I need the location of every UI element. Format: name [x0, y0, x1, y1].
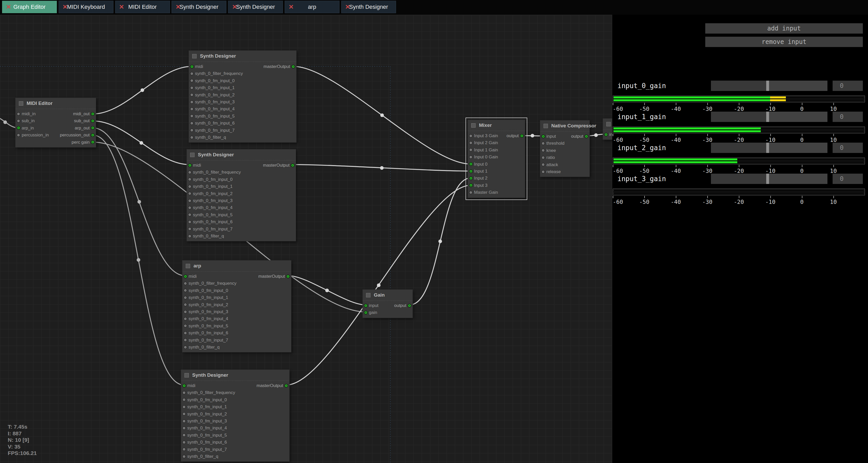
node-title-bar[interactable]: Native Compressor — [540, 120, 590, 131]
input-port-unconnected-icon[interactable] — [188, 227, 191, 231]
input-port-unconnected-icon[interactable] — [190, 107, 193, 111]
tab-midi-editor[interactable]: ✕MIDI Editor — [115, 1, 170, 13]
gain-slider[interactable] — [711, 143, 828, 153]
input-port-unconnected-icon[interactable] — [190, 100, 193, 103]
node-clipped-destination[interactable]: input — [603, 118, 612, 140]
gain-slider-handle[interactable] — [766, 112, 769, 122]
gain-slider-handle[interactable] — [766, 81, 769, 91]
input-port-unconnected-icon[interactable] — [190, 72, 193, 75]
input-port-unconnected-icon[interactable] — [188, 192, 191, 195]
input-port-unconnected-icon[interactable] — [190, 93, 193, 97]
node-collapse-icon[interactable] — [192, 54, 196, 58]
node-collapse-icon[interactable] — [190, 153, 194, 157]
input-port-unconnected-icon[interactable] — [541, 170, 545, 173]
gain-slider[interactable] — [711, 81, 828, 91]
wire-midpoint-handle[interactable] — [3, 120, 7, 124]
input-port-unconnected-icon[interactable] — [541, 149, 545, 152]
gain-value-box[interactable]: 0 — [833, 112, 863, 122]
input-port-connected-icon[interactable] — [469, 183, 473, 187]
input-port-unconnected-icon[interactable] — [182, 434, 186, 437]
node-collapse-icon[interactable] — [544, 124, 548, 128]
input-port-unconnected-icon[interactable] — [541, 142, 545, 145]
node-collapse-icon[interactable] — [184, 373, 189, 377]
input-port-unconnected-icon[interactable] — [469, 155, 472, 159]
tab-synth-designer[interactable]: ✕Synth Designer — [341, 1, 396, 13]
gain-slider[interactable] — [711, 112, 828, 122]
output-port-connected-icon[interactable] — [585, 134, 588, 138]
node-midi-editor[interactable]: MIDI Editormidi_inmidi_outsub_insub_outa… — [15, 98, 96, 148]
input-port-connected-icon[interactable] — [17, 126, 21, 130]
graph-canvas[interactable]: T: 7.45sI: 887N: 10 [9]V: 35FPS:106.21 M… — [0, 15, 612, 463]
input-port-unconnected-icon[interactable] — [188, 199, 191, 202]
close-tab-icon[interactable]: ✕ — [232, 4, 237, 10]
input-port-unconnected-icon[interactable] — [190, 129, 193, 132]
wire-midpoint-handle[interactable] — [141, 88, 144, 92]
node-title-bar[interactable]: arp — [182, 260, 291, 272]
close-tab-icon[interactable]: ✕ — [119, 4, 124, 10]
input-port-connected-icon[interactable] — [469, 169, 473, 173]
wire-midpoint-handle[interactable] — [140, 141, 143, 145]
wire-midpoint-handle[interactable] — [325, 288, 329, 292]
remove-input-button[interactable]: remove input — [705, 37, 863, 47]
input-port-unconnected-icon[interactable] — [184, 310, 187, 313]
input-port-connected-icon[interactable] — [184, 275, 187, 278]
gain-value-box[interactable]: 0 — [833, 143, 863, 153]
input-port-unconnected-icon[interactable] — [188, 178, 191, 181]
output-port-connected-icon[interactable] — [91, 119, 95, 123]
input-port-unconnected-icon[interactable] — [469, 134, 472, 137]
input-port-unconnected-icon[interactable] — [184, 317, 187, 321]
input-port-unconnected-icon[interactable] — [469, 141, 472, 145]
input-port-unconnected-icon[interactable] — [541, 163, 545, 166]
node-synth-designer-2[interactable]: Synth DesignermidimasterOutputsynth_0_fi… — [187, 149, 296, 241]
wire-midpoint-handle[interactable] — [594, 133, 598, 137]
output-port-connected-icon[interactable] — [291, 163, 294, 167]
input-port-unconnected-icon[interactable] — [182, 427, 186, 430]
add-input-button[interactable]: add input — [705, 23, 863, 34]
input-port-unconnected-icon[interactable] — [184, 345, 187, 349]
gain-slider-handle[interactable] — [766, 174, 769, 184]
input-port-unconnected-icon[interactable] — [190, 115, 193, 118]
node-title-bar[interactable]: MIDI Editor — [16, 98, 96, 109]
node-title-bar[interactable]: Synth Designer — [187, 149, 296, 160]
input-port-unconnected-icon[interactable] — [182, 440, 186, 444]
output-port-connected-icon[interactable] — [408, 304, 411, 307]
input-port-connected-icon[interactable] — [364, 304, 368, 307]
input-port-unconnected-icon[interactable] — [17, 112, 20, 116]
input-port-connected-icon[interactable] — [604, 133, 608, 136]
tab-graph-editor[interactable]: ✕Graph Editor — [2, 1, 57, 13]
node-native-compressor[interactable]: Native Compressorinputoutputthresholdkne… — [540, 120, 590, 177]
node-title-bar[interactable]: Mixer — [468, 120, 525, 131]
close-tab-icon[interactable]: ✕ — [6, 4, 11, 10]
input-port-unconnected-icon[interactable] — [190, 86, 193, 89]
gain-slider[interactable] — [711, 174, 828, 184]
input-port-unconnected-icon[interactable] — [188, 213, 191, 217]
input-port-connected-icon[interactable] — [469, 177, 473, 180]
close-tab-icon[interactable]: ✕ — [288, 4, 294, 10]
output-port-connected-icon[interactable] — [520, 134, 524, 138]
node-synth-designer-3[interactable]: Synth DesignermidimasterOutputsynth_0_fi… — [181, 369, 289, 462]
node-mixer[interactable]: MixerInput 3 GainoutputInput 2 GainInput… — [468, 120, 525, 198]
node-title-bar[interactable]: Synth Designer — [181, 370, 289, 381]
input-port-unconnected-icon[interactable] — [188, 171, 191, 174]
input-port-unconnected-icon[interactable] — [182, 419, 186, 423]
input-port-unconnected-icon[interactable] — [184, 296, 187, 299]
output-port-connected-icon[interactable] — [91, 133, 95, 137]
input-port-unconnected-icon[interactable] — [541, 156, 545, 159]
input-port-unconnected-icon[interactable] — [184, 324, 187, 328]
wire-midpoint-handle[interactable] — [137, 258, 140, 262]
output-port-connected-icon[interactable] — [91, 126, 95, 130]
wire-midpoint-handle[interactable] — [137, 200, 141, 204]
node-collapse-icon[interactable] — [19, 101, 23, 106]
input-port-unconnected-icon[interactable] — [184, 303, 187, 306]
input-port-unconnected-icon[interactable] — [190, 136, 193, 139]
node-arp[interactable]: arpmidimasterOutputsynth_0_filter_freque… — [182, 260, 291, 352]
node-synth-designer-1[interactable]: Synth DesignermidimasterOutputsynth_0_fi… — [189, 51, 297, 143]
close-tab-icon[interactable]: ✕ — [176, 4, 181, 10]
output-port-connected-icon[interactable] — [291, 65, 295, 68]
wire-midpoint-handle[interactable] — [380, 114, 384, 117]
input-port-unconnected-icon[interactable] — [184, 282, 187, 285]
input-port-unconnected-icon[interactable] — [182, 448, 186, 451]
node-title-bar[interactable] — [603, 119, 612, 130]
input-port-unconnected-icon[interactable] — [188, 185, 191, 188]
tab-synth-designer[interactable]: ✕Synth Designer — [228, 1, 283, 13]
